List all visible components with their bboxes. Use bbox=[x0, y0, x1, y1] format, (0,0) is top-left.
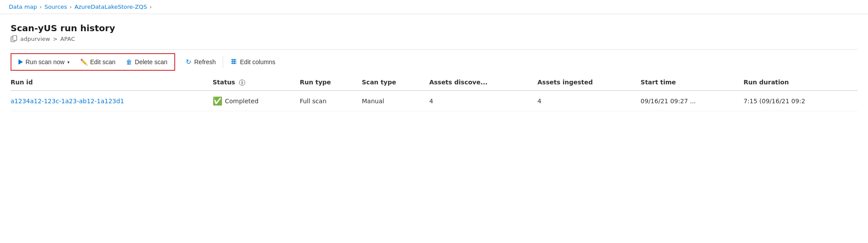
cell-start-time: 09/16/21 09:27 ... bbox=[640, 91, 743, 111]
status-cell: ✅ Completed bbox=[213, 96, 294, 105]
status-info-icon[interactable]: i bbox=[239, 80, 245, 86]
cell-assets-ingested: 4 bbox=[537, 91, 640, 111]
main-content: Scan-yUS run history adpurview > APAC Ru… bbox=[0, 14, 868, 111]
edit-columns-button[interactable]: Edit columns bbox=[225, 55, 280, 69]
subtitle-account: adpurview bbox=[20, 36, 50, 42]
edit-scan-button[interactable]: ✏️ Edit scan bbox=[75, 56, 121, 68]
table-row: a1234a12-123c-1a23-ab12-1a123d1 ✅ Comple… bbox=[11, 91, 857, 111]
play-icon bbox=[18, 59, 23, 65]
col-scan-type: Scan type bbox=[362, 74, 429, 91]
page-title: Scan-yUS run history bbox=[11, 23, 857, 33]
col-run-id: Run id bbox=[11, 74, 213, 91]
pencil-icon: ✏️ bbox=[80, 58, 88, 65]
breadcrumb-datasource[interactable]: AzureDataLakeStore-ZQS bbox=[74, 4, 147, 10]
chevron-down-icon: ▾ bbox=[67, 60, 70, 65]
status-completed-icon: ✅ bbox=[213, 96, 222, 105]
edit-columns-label: Edit columns bbox=[240, 58, 275, 65]
toolbar-separator bbox=[223, 56, 223, 68]
table-header-row: Run id Status i Run type Scan type Asset… bbox=[11, 74, 857, 91]
run-scan-button[interactable]: Run scan now ▾ bbox=[13, 56, 75, 68]
cell-scan-type: Manual bbox=[362, 91, 429, 111]
copy-icon bbox=[11, 35, 18, 42]
run-scan-label: Run scan now bbox=[26, 58, 65, 65]
cell-run-id: a1234a12-123c-1a23-ab12-1a123d1 bbox=[11, 91, 213, 111]
trash-icon: 🗑 bbox=[126, 58, 132, 65]
cell-run-type: Full scan bbox=[300, 91, 362, 111]
svg-rect-1 bbox=[13, 36, 17, 40]
edit-scan-label: Edit scan bbox=[90, 58, 116, 65]
cell-run-duration: 7:15 (09/16/21 09:2 bbox=[743, 91, 857, 111]
toolbar-highlighted-group: Run scan now ▾ ✏️ Edit scan 🗑 Delete sca… bbox=[11, 53, 175, 71]
breadcrumb-sep-3: › bbox=[150, 4, 152, 10]
refresh-icon: ↻ bbox=[186, 58, 191, 66]
col-start-time: Start time bbox=[640, 74, 743, 91]
delete-scan-label: Delete scan bbox=[135, 58, 167, 65]
delete-scan-button[interactable]: 🗑 Delete scan bbox=[121, 56, 173, 68]
breadcrumb-datamap[interactable]: Data map bbox=[9, 4, 37, 10]
breadcrumb-sep-2: › bbox=[70, 4, 72, 10]
col-assets-ingested: Assets ingested bbox=[537, 74, 640, 91]
columns-icon bbox=[230, 58, 237, 66]
col-run-type: Run type bbox=[300, 74, 362, 91]
breadcrumb: Data map › Sources › AzureDataLakeStore-… bbox=[0, 0, 868, 14]
status-label: Completed bbox=[225, 98, 258, 105]
breadcrumb-sep-1: › bbox=[40, 4, 42, 10]
breadcrumb-sources[interactable]: Sources bbox=[44, 4, 67, 10]
subtitle-region: APAC bbox=[60, 36, 75, 42]
refresh-label: Refresh bbox=[194, 58, 216, 65]
run-id-link[interactable]: a1234a12-123c-1a23-ab12-1a123d1 bbox=[11, 98, 124, 105]
col-assets-discovered: Assets discove... bbox=[429, 74, 537, 91]
refresh-button[interactable]: ↻ Refresh bbox=[180, 55, 221, 69]
cell-assets-discovered: 4 bbox=[429, 91, 537, 111]
run-history-table: Run id Status i Run type Scan type Asset… bbox=[11, 74, 857, 111]
subtitle-sep: > bbox=[53, 36, 58, 42]
cell-status: ✅ Completed bbox=[213, 91, 300, 111]
subtitle: adpurview > APAC bbox=[11, 35, 857, 42]
col-run-duration: Run duration bbox=[743, 74, 857, 91]
col-status: Status i bbox=[213, 74, 300, 91]
toolbar: Run scan now ▾ ✏️ Edit scan 🗑 Delete sca… bbox=[11, 49, 857, 74]
table-container: Run id Status i Run type Scan type Asset… bbox=[11, 74, 857, 111]
